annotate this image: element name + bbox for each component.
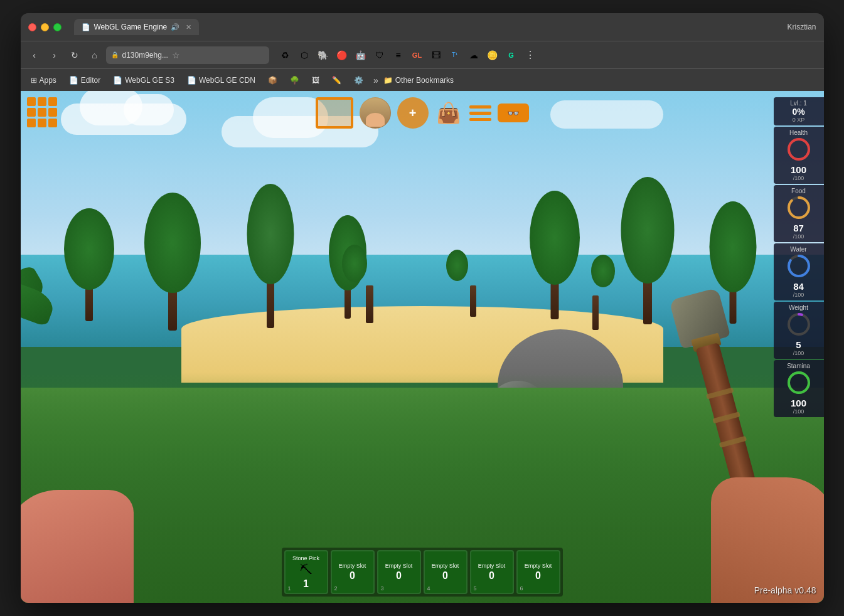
ext-token-icon[interactable]: 🪙 [484,46,501,64]
water-value: 84 [777,281,820,292]
bookmark-webgl-s3[interactable]: 📄 WebGL GE S3 [108,73,179,87]
back-button[interactable]: ‹ [26,46,43,64]
extra2-icon: 🌳 [290,76,299,85]
window-user: Krisztian [787,23,816,31]
food-value: 87 [777,223,820,233]
plus-icon: + [409,106,417,120]
food-label: Food [777,188,820,194]
health-label: Health [777,129,820,136]
grid-cell-3 [48,97,57,106]
grid-cell-6 [48,108,57,117]
tree-far-3 [245,152,296,328]
bookmark-extra-5[interactable]: ⚙️ [349,73,368,87]
bag-icon: 👜 [436,101,461,125]
grid-cell-7 [27,119,36,127]
grid-icon [27,97,57,127]
slot-4-num: 4 [427,585,430,592]
hud-bag-button[interactable]: 👜 [435,99,463,127]
game-viewport[interactable]: + 👜 👓 Lvl.: 1 0% 0 XP [21,91,824,603]
ext-shield-icon[interactable]: 🛡 [371,46,388,64]
health-max: /100 [777,175,820,181]
stamina-max: /100 [777,408,820,415]
svg-point-1 [789,139,809,159]
maximize-button[interactable] [53,23,61,31]
inventory-slot-1[interactable]: Stone Pick ⛏ 1 1 [284,550,328,594]
title-bar: 📄 WebGL Game Engine 🔊 ✕ Krisztian [21,13,824,41]
ext-tab-icon[interactable]: T¹ [446,46,464,64]
bookmark-webgl-cdn[interactable]: 📄 WebGL GE CDN [182,73,260,87]
hud-character-avatar[interactable] [360,97,391,129]
address-bar[interactable]: 🔒 d130m9ehg... ☆ [106,46,269,64]
apps-grid-icon: ⊞ [31,76,37,85]
menu-line-2 [469,112,491,115]
extensions-more-button[interactable]: ⋮ [521,46,539,64]
bookmark-star-icon[interactable]: ☆ [172,50,180,60]
bookmark-apps[interactable]: ⊞ Apps [26,73,61,87]
bookmark-extra-1[interactable]: 📦 [263,73,282,87]
inventory-slot-5[interactable]: Empty Slot 0 5 [470,550,514,594]
tab-title: WebGL Game Engine [94,23,168,31]
other-bookmarks[interactable]: 📁 Other Bookmarks [383,76,454,85]
active-tab[interactable]: 📄 WebGL Game Engine 🔊 ✕ [74,19,200,35]
water-circle [786,253,811,279]
slot-3-count: 0 [396,570,402,581]
inventory-slot-2[interactable]: Empty Slot 0 2 [331,550,375,594]
svg-point-6 [789,314,809,334]
hud-add-coin-button[interactable]: + [397,97,429,129]
ext-cloud-icon[interactable]: ☁ [465,46,483,64]
inventory-slot-6[interactable]: Empty Slot 0 6 [516,550,560,594]
health-circle [786,137,811,162]
hud-grid-button[interactable] [27,97,57,127]
ext-recycle-icon[interactable]: ♻ [277,46,294,64]
ext-pocket-icon[interactable]: ⬡ [296,46,313,64]
left-hand [21,490,146,603]
bookmark-editor[interactable]: 📄 Editor [64,73,105,87]
bookmark-extra-4[interactable]: ✏️ [327,73,346,87]
slot-2-name: Empty Slot [339,563,366,569]
other-bookmarks-label: Other Bookmarks [395,76,454,85]
tab-close-icon[interactable]: ✕ [186,23,191,31]
ext-grammarly-icon[interactable]: G [503,46,520,64]
ext-reel-icon[interactable]: 🎞 [427,46,445,64]
weight-label: Weight [777,304,820,311]
slot-1-icon: ⛏ [300,563,312,577]
bookmark-webgl-s3-label: WebGL GE S3 [125,76,174,85]
minimize-button[interactable] [41,23,49,31]
grid-cell-9 [48,119,57,127]
hud-vr-button[interactable]: 👓 [498,104,529,122]
slot-4-count: 0 [442,570,448,581]
water-max: /100 [777,292,820,298]
grid-cell-8 [38,119,46,127]
food-max: /100 [777,233,820,240]
home-button[interactable]: ⌂ [86,46,104,64]
ext-todoist-icon[interactable]: 🔴 [333,46,351,64]
grid-cell-1 [27,97,36,106]
ext-evernote-icon[interactable]: 🐘 [314,46,332,64]
bookmarks-bar: ⊞ Apps 📄 Editor 📄 WebGL GE S3 📄 WebGL GE… [21,68,824,91]
ext-layers-icon[interactable]: ≡ [390,46,407,64]
weight-max: /100 [777,350,820,356]
weight-value: 5 [777,339,820,350]
bookmarks-more-button[interactable]: » [373,75,378,85]
hud-frame-button[interactable] [316,97,353,129]
reload-button[interactable]: ↻ [66,46,83,64]
close-button[interactable] [28,23,36,31]
ext-android-icon[interactable]: 🤖 [352,46,370,64]
inventory-slot-4[interactable]: Empty Slot 0 4 [424,550,467,594]
slot-2-num: 2 [334,585,338,592]
hud-menu-button[interactable] [469,105,491,121]
cloud-3 [550,100,663,129]
forward-button[interactable]: › [46,46,63,64]
ext-gl-icon[interactable]: GL [409,46,426,64]
inventory-slot-3[interactable]: Empty Slot 0 3 [377,550,421,594]
bookmark-extra-2[interactable]: 🌳 [285,73,304,87]
beach-tree-trunk-2 [470,285,476,317]
inventory-bar: Stone Pick ⛏ 1 1 Empty Slot 0 2 Empty Sl… [282,548,563,597]
hud-health-panel: Health 100 /100 [774,127,824,184]
bookmark-extra-3[interactable]: 🖼 [307,73,324,87]
slot-5-num: 5 [474,585,477,592]
beach-tree-trunk-1 [366,285,373,323]
tab-audio-icon[interactable]: 🔊 [171,23,179,31]
slot-6-count: 0 [535,570,541,581]
beach-tree-trunk-3 [592,295,599,330]
